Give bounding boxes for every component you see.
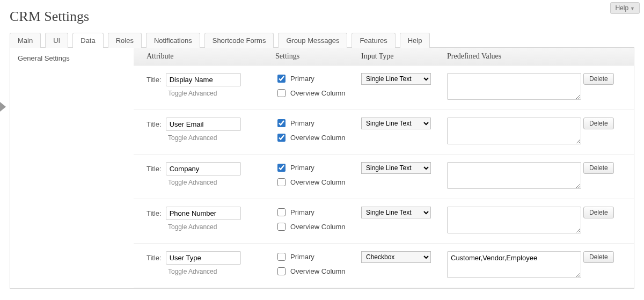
delete-button[interactable]: Delete — [583, 162, 614, 174]
attribute-row: Title:Toggle AdvancedPrimaryOverview Col… — [134, 110, 634, 155]
overview-checkbox[interactable] — [277, 267, 286, 275]
input-type-select[interactable]: Single Line TextCheckbox — [361, 118, 431, 129]
primary-checkbox[interactable] — [277, 208, 286, 216]
title-label: Title: — [147, 76, 162, 84]
attribute-title-input[interactable] — [166, 251, 241, 265]
tab-roles[interactable]: Roles — [108, 33, 142, 48]
tab-group-messages[interactable]: Group Messages — [278, 33, 347, 48]
toggle-advanced-link[interactable]: Toggle Advanced — [168, 90, 275, 97]
tab-main[interactable]: Main — [10, 33, 41, 48]
attribute-title-input[interactable] — [166, 73, 241, 86]
overview-checkbox-label: Overview Column — [290, 178, 346, 186]
overview-checkbox[interactable] — [277, 134, 286, 142]
title-label: Title: — [147, 209, 162, 217]
toggle-advanced-link[interactable]: Toggle Advanced — [168, 179, 275, 186]
primary-checkbox[interactable] — [277, 75, 286, 83]
title-label: Title: — [147, 254, 162, 262]
attribute-row: Title:Toggle AdvancedPrimaryOverview Col… — [134, 155, 634, 199]
delete-button[interactable]: Delete — [583, 118, 614, 129]
header-attribute: Attribute — [147, 52, 275, 61]
input-type-select[interactable]: Single Line TextCheckbox — [361, 207, 431, 218]
toggle-advanced-link[interactable]: Toggle Advanced — [168, 134, 275, 142]
primary-checkbox-label: Primary — [290, 75, 314, 83]
primary-checkbox[interactable] — [277, 119, 286, 127]
title-label: Title: — [147, 120, 162, 128]
attribute-title-input[interactable] — [166, 118, 241, 131]
tab-notifications[interactable]: Notifications — [146, 33, 200, 48]
overview-checkbox[interactable] — [277, 223, 286, 231]
tab-data[interactable]: Data — [72, 33, 103, 48]
primary-checkbox-label: Primary — [290, 119, 314, 127]
tab-help[interactable]: Help — [400, 33, 430, 48]
attribute-row: Title:Toggle AdvancedPrimaryOverview Col… — [134, 65, 634, 110]
attribute-row: Title:Toggle AdvancedPrimaryOverview Col… — [134, 244, 634, 288]
input-type-select[interactable]: Single Line TextCheckbox — [361, 162, 431, 174]
predefined-values-textarea[interactable] — [447, 207, 581, 233]
header-predefined: Predefined Values — [447, 52, 583, 61]
input-type-select[interactable]: Single Line TextCheckbox — [361, 251, 431, 263]
help-label: Help — [615, 4, 628, 12]
attribute-row: Title:Toggle AdvancedPrimaryOverview Col… — [134, 199, 634, 244]
primary-checkbox-label: Primary — [290, 253, 314, 261]
chevron-down-icon: ▼ — [630, 6, 635, 11]
overview-checkbox-label: Overview Column — [290, 89, 346, 97]
primary-checkbox-label: Primary — [290, 208, 314, 216]
title-label: Title: — [147, 165, 162, 173]
primary-checkbox[interactable] — [277, 253, 286, 261]
delete-button[interactable]: Delete — [583, 207, 614, 218]
overview-checkbox[interactable] — [277, 178, 286, 186]
predefined-values-textarea[interactable] — [447, 162, 581, 189]
sidebar-item-general-settings[interactable]: General Settings — [18, 54, 126, 62]
predefined-values-textarea[interactable] — [447, 251, 581, 278]
input-type-select[interactable]: Single Line TextCheckbox — [361, 73, 431, 85]
header-input-type: Input Type — [361, 52, 447, 61]
toggle-advanced-link[interactable]: Toggle Advanced — [168, 223, 275, 231]
attribute-title-input[interactable] — [166, 162, 241, 175]
admin-menu-pointer-icon — [0, 102, 6, 112]
tab-shortcode-forms[interactable]: Shortcode Forms — [204, 33, 274, 48]
overview-checkbox-label: Overview Column — [290, 223, 346, 231]
header-settings: Settings — [275, 52, 361, 61]
delete-button[interactable]: Delete — [583, 73, 614, 85]
overview-checkbox-label: Overview Column — [290, 267, 346, 275]
overview-checkbox-label: Overview Column — [290, 134, 346, 142]
primary-checkbox[interactable] — [277, 164, 286, 172]
tab-ui[interactable]: UI — [45, 33, 68, 48]
screen-help-toggle[interactable]: Help▼ — [610, 2, 640, 14]
predefined-values-textarea[interactable] — [447, 118, 581, 144]
overview-checkbox[interactable] — [277, 89, 286, 97]
tab-features[interactable]: Features — [352, 33, 395, 48]
primary-checkbox-label: Primary — [290, 164, 314, 172]
page-title: CRM Settings — [10, 9, 634, 25]
predefined-values-textarea[interactable] — [447, 73, 581, 100]
toggle-advanced-link[interactable]: Toggle Advanced — [168, 268, 275, 275]
delete-button[interactable]: Delete — [583, 251, 614, 263]
attribute-title-input[interactable] — [166, 207, 241, 220]
